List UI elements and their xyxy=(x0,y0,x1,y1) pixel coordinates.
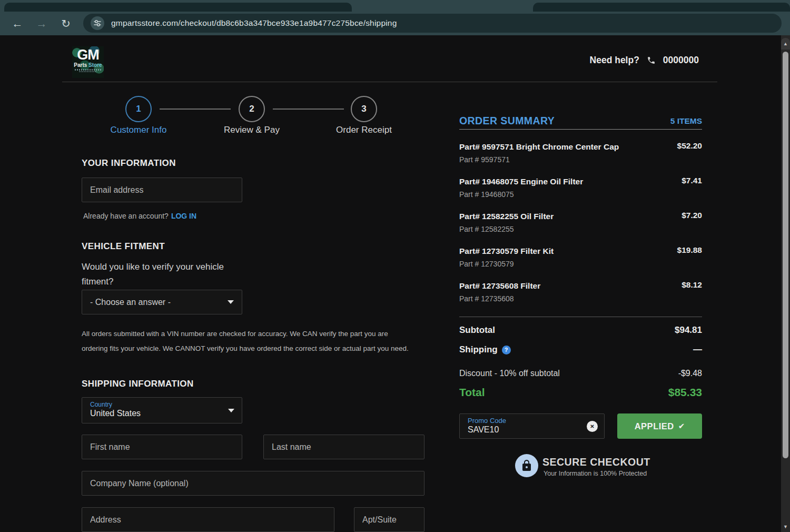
step-3-circle: 3 xyxy=(351,96,377,122)
order-item: Part# 19468075 Engine Oil Filter $7.41 P… xyxy=(459,176,702,211)
lock-icon xyxy=(515,454,538,477)
vehicle-fitment-heading: VEHICLE FITMENT xyxy=(82,241,165,252)
logo-subtext: Parts Store xyxy=(72,62,104,68)
logo-text: GM xyxy=(72,48,104,62)
item-price: $52.20 xyxy=(677,141,702,152)
totals-divider xyxy=(459,317,702,317)
items-count-badge: 5 ITEMS xyxy=(632,116,702,126)
item-part-number: Part # 12735608 xyxy=(459,294,702,304)
promo-applied-button[interactable]: APPLIED ✔ xyxy=(617,413,702,439)
fitment-select[interactable]: - Choose an answer - xyxy=(82,290,242,314)
checkout-page: ← → ↻ gmpartsstore.com/checkout/db8c6b3a… xyxy=(0,0,790,532)
url-text: gmpartsstore.com/checkout/db8c6b3a347bce… xyxy=(111,18,397,28)
forward-button[interactable]: → xyxy=(32,12,52,35)
promo-code-value: SAVE10 xyxy=(468,425,499,435)
step-2-label: Review & Pay xyxy=(203,125,301,135)
fitment-question: Would you like to verify your vehicle fi… xyxy=(82,260,240,289)
url-bar[interactable]: gmpartsstore.com/checkout/db8c6b3a347bce… xyxy=(83,14,782,33)
order-item: Part# 12582255 Oil Filter $7.20 Part # 1… xyxy=(459,211,702,245)
shipping-help-icon[interactable]: ? xyxy=(502,346,511,354)
log-in-link[interactable]: LOG IN xyxy=(171,212,196,220)
phone-icon xyxy=(647,56,656,65)
browser-tab[interactable] xyxy=(4,3,352,12)
step-connector-2 xyxy=(273,109,344,110)
country-select[interactable]: Country United States xyxy=(82,397,242,423)
address-field[interactable] xyxy=(82,507,334,532)
browser-tab-strip xyxy=(0,0,790,12)
secure-checkout-subtitle: Your Information is 100% Protected xyxy=(544,470,647,477)
order-items-list: Part# 9597571 Bright Chrome Center Cap $… xyxy=(459,141,702,315)
country-value: United States xyxy=(90,408,234,419)
secure-checkout-title: SECURE CHECKOUT xyxy=(542,456,650,468)
shipping-information-heading: SHIPPING INFORMATION xyxy=(82,379,194,389)
item-price: $7.41 xyxy=(682,176,702,187)
shipping-value: — xyxy=(693,344,702,355)
item-part-number: Part # 12582255 xyxy=(459,224,702,234)
item-price: $19.88 xyxy=(677,245,702,257)
last-name-field[interactable] xyxy=(263,435,424,459)
promo-code-label: Promo Code xyxy=(468,417,506,425)
chevron-down-icon xyxy=(228,300,234,304)
site-info-icon[interactable] xyxy=(91,16,104,30)
shipping-row: Shipping? — xyxy=(459,344,702,355)
gm-parts-store-logo[interactable]: GM Parts Store xyxy=(72,46,104,78)
back-button[interactable]: ← xyxy=(7,12,27,35)
phone-number[interactable]: 0000000 xyxy=(663,55,699,66)
order-summary-heading: ORDER SUMMARY xyxy=(459,115,555,127)
order-item: Part# 12735608 Filter $8.12 Part # 12735… xyxy=(459,280,702,315)
reload-button[interactable]: ↻ xyxy=(56,12,76,35)
order-item: Part# 9597571 Bright Chrome Center Cap $… xyxy=(459,141,702,176)
step-1-label: Customer Info xyxy=(90,125,187,135)
total-row: Total $85.33 xyxy=(459,386,702,399)
country-label: Country xyxy=(90,401,234,408)
item-price: $7.20 xyxy=(682,211,702,222)
item-part-number: Part # 19468075 xyxy=(459,190,702,200)
scrollbar-down-arrow-icon[interactable]: ▼ xyxy=(781,521,790,532)
fitment-select-value: - Choose an answer - xyxy=(90,298,171,307)
scrollbar-thumb[interactable] xyxy=(783,52,788,458)
header-divider xyxy=(62,82,717,82)
step-2-circle: 2 xyxy=(239,96,265,122)
step-3-label: Order Receipt xyxy=(315,125,413,135)
item-price: $8.12 xyxy=(682,280,702,291)
subtotal-row: Subtotal $94.81 xyxy=(459,325,702,336)
item-part-number: Part # 12730579 xyxy=(459,259,702,269)
clear-promo-icon[interactable]: ✕ xyxy=(587,421,598,432)
step-connector xyxy=(160,109,231,110)
need-help-area: Need help? 0000000 xyxy=(577,53,699,67)
step-1-circle: 1 xyxy=(125,96,152,122)
browser-tab-2[interactable] xyxy=(533,3,790,12)
item-part-number: Part # 9597571 xyxy=(459,155,702,165)
first-name-field[interactable] xyxy=(82,435,242,459)
account-prompt: Already have an account?LOG IN xyxy=(83,212,196,220)
your-information-heading: YOUR INFORMATION xyxy=(82,158,176,169)
discount-row: Discount - 10% off subtotal -$9.48 xyxy=(459,369,702,378)
check-icon: ✔ xyxy=(678,421,685,431)
order-item: Part# 12730579 Filter Kit $19.88 Part # … xyxy=(459,245,702,280)
summary-divider xyxy=(459,129,702,130)
apt-suite-field[interactable] xyxy=(354,507,424,532)
vin-disclaimer: All orders submitted with a VIN number a… xyxy=(82,327,414,356)
company-name-field[interactable] xyxy=(82,471,424,496)
email-field[interactable] xyxy=(82,178,242,202)
need-help-label: Need help? xyxy=(590,55,639,66)
promo-code-field[interactable]: Promo Code SAVE10 ✕ xyxy=(459,413,605,439)
chevron-down-icon xyxy=(228,409,234,412)
scrollbar-up-arrow-icon[interactable]: ▲ xyxy=(781,38,790,50)
